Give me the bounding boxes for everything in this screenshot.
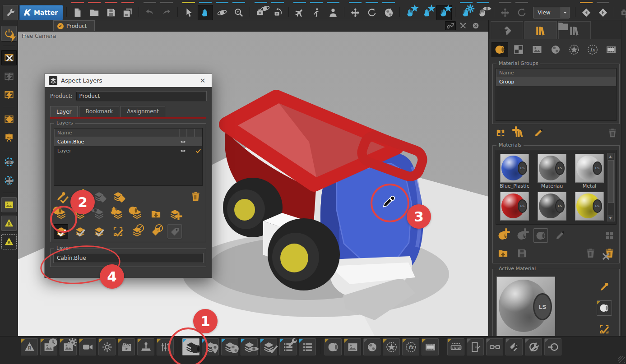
create-material[interactable] (496, 228, 510, 243)
pan-view[interactable] (348, 5, 363, 20)
activate-all-layers[interactable] (54, 224, 68, 239)
visibility-aspects[interactable] (241, 338, 258, 355)
select-tool[interactable] (181, 5, 196, 20)
material-blue-plastic[interactable]: LSBlue_Plastic (500, 154, 529, 190)
purge-materials[interactable] (602, 246, 617, 260)
select-active[interactable] (111, 224, 125, 239)
settings-editor[interactable] (157, 338, 174, 355)
visibility-orbit[interactable] (1, 154, 17, 170)
presentation-board[interactable] (1, 130, 17, 145)
new-subgroup[interactable] (512, 126, 527, 140)
rename-material[interactable] (552, 228, 567, 243)
delete-layer[interactable] (188, 189, 203, 203)
add-tag-aspect[interactable] (73, 207, 87, 221)
close-viewport[interactable] (470, 21, 481, 30)
image-editor[interactable] (344, 338, 361, 355)
dropdown-arrow-icon[interactable] (561, 7, 569, 18)
avatar-mode[interactable] (325, 5, 341, 20)
view-dropdown[interactable]: View (533, 7, 570, 18)
camera-editor[interactable] (79, 338, 96, 355)
camera-1[interactable] (617, 5, 626, 20)
variant-sets[interactable] (137, 338, 154, 355)
redo[interactable] (159, 5, 174, 20)
add-orbit[interactable] (1, 173, 17, 188)
render-region[interactable] (1, 234, 17, 249)
activate-partial[interactable] (92, 224, 106, 239)
pan-hand-tool[interactable] (198, 5, 213, 20)
assign-from-selection[interactable] (111, 207, 125, 221)
create-layer[interactable] (73, 189, 87, 203)
render-settings[interactable] (21, 338, 38, 355)
material-materiau[interactable]: LSMatériau (538, 154, 566, 190)
edit-material[interactable] (533, 228, 548, 243)
next-view[interactable] (595, 5, 611, 20)
render-still[interactable] (1, 216, 17, 231)
stereo-view[interactable] (486, 338, 503, 355)
asset-lights[interactable] (566, 42, 582, 57)
material-editor[interactable] (325, 338, 342, 355)
viewport-frame[interactable] (1, 111, 17, 127)
unlink-tags[interactable] (148, 224, 163, 239)
extract-layer-inactive[interactable] (92, 189, 106, 203)
activate-layer[interactable] (73, 224, 87, 239)
import-layers[interactable] (148, 207, 163, 221)
duplicate-material[interactable] (515, 228, 529, 243)
save-scene-as[interactable] (120, 5, 135, 20)
target-tool[interactable] (544, 338, 561, 355)
asset-environments[interactable] (547, 42, 564, 57)
orbit-tool[interactable] (214, 5, 230, 20)
transform-rotate[interactable] (514, 5, 529, 20)
groups-name-header[interactable]: Name (496, 69, 616, 77)
manipulate-eye[interactable] (475, 5, 491, 20)
new-group[interactable] (493, 126, 508, 140)
manipulate-edit[interactable] (436, 5, 452, 20)
camera-capture[interactable] (253, 5, 269, 20)
manipulate-select[interactable] (403, 5, 418, 20)
zoom-tool[interactable] (231, 5, 246, 20)
materials-scrollbar[interactable]: ▲ ▼ (607, 153, 615, 221)
layer-row-layer[interactable]: Layer (54, 146, 202, 155)
annotation-tool[interactable] (467, 338, 484, 355)
activation-aspects[interactable] (260, 338, 277, 355)
material-red[interactable]: LS (500, 192, 529, 225)
link-views[interactable] (445, 21, 456, 30)
material-dark[interactable]: LS (538, 192, 566, 225)
tab-variants[interactable] (491, 21, 523, 39)
rotate-view[interactable] (364, 5, 380, 20)
render-window-points[interactable] (1, 87, 17, 102)
walk-mode[interactable] (309, 5, 324, 20)
scroll-up-icon[interactable]: ▲ (607, 153, 613, 159)
position-aspects[interactable] (202, 338, 219, 355)
tab-library-trash[interactable] (558, 21, 591, 39)
tag-mode[interactable] (167, 224, 182, 239)
tab-library[interactable] (524, 21, 557, 39)
import-material[interactable] (496, 246, 510, 260)
dialog-tab-layer[interactable]: Layer (50, 106, 78, 117)
extract-layer[interactable] (111, 189, 125, 203)
asset-effects[interactable] (584, 42, 601, 57)
manipulate-add[interactable] (420, 5, 435, 20)
active-material-thumbnail[interactable]: LS (496, 276, 555, 337)
aspect-layers[interactable] (182, 338, 199, 355)
raytracing-toggle[interactable] (1, 26, 17, 41)
save-material[interactable] (515, 246, 529, 260)
previous-view[interactable] (579, 5, 594, 20)
dialog-titlebar[interactable]: Aspect Layers ✕ (45, 74, 212, 87)
product-field[interactable] (76, 92, 206, 101)
material-yellow[interactable]: LS (575, 192, 604, 225)
orbit-globe[interactable] (381, 5, 396, 20)
matter-logo[interactable]: Matter (19, 5, 63, 20)
apply-active-material[interactable] (597, 322, 612, 337)
layer-name-field[interactable] (54, 253, 203, 263)
light-editor[interactable] (98, 338, 116, 355)
manipulate-gear[interactable] (459, 5, 474, 20)
material-grid-view[interactable] (602, 228, 617, 243)
pick-active-material[interactable] (597, 279, 612, 295)
right-panel-scroll-rail[interactable] (621, 20, 626, 336)
name-column-header[interactable]: Name (54, 129, 179, 137)
group-row[interactable]: Group (496, 77, 616, 86)
tab-product[interactable]: ✔ Product (53, 20, 95, 31)
camera-turntable[interactable] (270, 5, 285, 20)
tools-editor[interactable] (505, 338, 523, 355)
asset-materials[interactable] (492, 42, 508, 57)
